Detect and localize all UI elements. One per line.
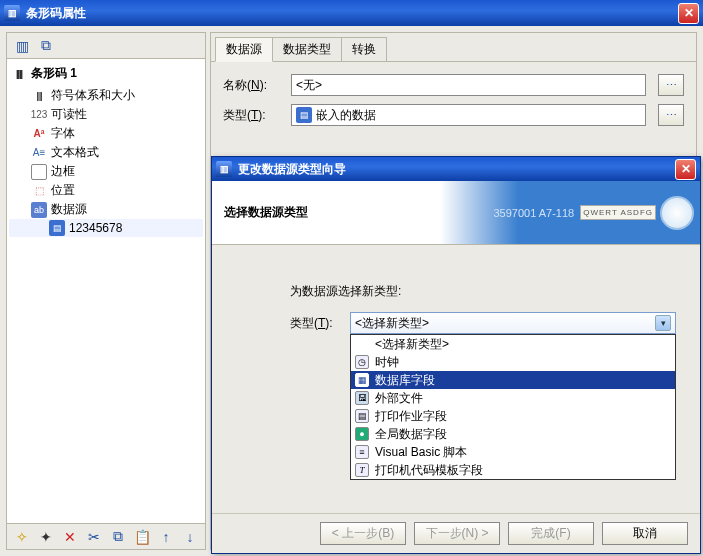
tree-item-symbology[interactable]: |||| 符号体系和大小 <box>9 86 203 105</box>
border-icon <box>31 164 47 180</box>
tab-datasource[interactable]: 数据源 <box>215 37 273 62</box>
window-close-button[interactable]: ✕ <box>678 3 699 24</box>
option-printer-code-template[interactable]: T 打印机代码模板字段 <box>351 461 675 479</box>
tree: |||| 条形码 1 |||| 符号体系和大小 123 可读性 Aª 字体 A≡ <box>7 59 205 523</box>
option-label: <选择新类型> <box>375 336 449 353</box>
option-database-field[interactable]: ▦ 数据库字段 <box>351 371 675 389</box>
name-field[interactable]: <无> <box>291 74 646 96</box>
tab-label: 转换 <box>352 42 376 56</box>
banner-title: 选择数据源类型 <box>224 204 308 221</box>
option-clock[interactable]: ◷ 时钟 <box>351 353 675 371</box>
option-external-file[interactable]: 🖫 外部文件 <box>351 389 675 407</box>
option-label: 时钟 <box>375 354 399 371</box>
button-label: 取消 <box>633 525 657 542</box>
down-icon[interactable]: ↓ <box>179 526 201 548</box>
tree-item-label: 文本格式 <box>51 144 99 161</box>
paste-icon[interactable]: 📋 <box>131 526 153 548</box>
wand-icon[interactable]: ✧ <box>11 526 33 548</box>
font-icon: Aª <box>31 126 47 142</box>
data-icon: ▤ <box>296 107 312 123</box>
dialog-prompt: 为数据源选择新类型: <box>290 283 676 300</box>
option-placeholder[interactable]: <选择新类型> <box>351 335 675 353</box>
option-label: 全局数据字段 <box>375 426 447 443</box>
num-icon: 123 <box>31 107 47 123</box>
next-button[interactable]: 下一步(N) > <box>414 522 500 545</box>
dialog-close-button[interactable]: ✕ <box>675 159 696 180</box>
copy-icon[interactable]: ⧉ <box>107 526 129 548</box>
tree-item-textformat[interactable]: A≡ 文本格式 <box>9 143 203 162</box>
banner-decoration: 3597001 A7-118 QWERT ASDFG <box>440 181 700 244</box>
tree-item-font[interactable]: Aª 字体 <box>9 124 203 143</box>
finish-button[interactable]: 完成(F) <box>508 522 594 545</box>
globe-icon: ● <box>355 427 369 441</box>
dialog-titlebar: ▥ 更改数据源类型向导 ✕ <box>212 157 700 181</box>
back-button[interactable]: < 上一步(B) <box>320 522 406 545</box>
tree-root-label: 条形码 1 <box>31 65 77 82</box>
chevron-down-icon: ▾ <box>655 315 671 331</box>
barcode-icon: |||| <box>11 66 27 82</box>
window-titlebar: ▥ 条形码属性 ✕ <box>0 0 703 26</box>
change-datasource-wizard-dialog: ▥ 更改数据源类型向导 ✕ 选择数据源类型 3597001 A7-118 QWE… <box>211 156 701 554</box>
type-label: 类型(T): <box>223 107 283 124</box>
name-label: 名称(N): <box>223 77 283 94</box>
dialog-body: 为数据源选择新类型: 类型(T): <选择新类型> ▾ <选择新类型> ◷ <box>212 245 700 513</box>
select-box[interactable]: <选择新类型> ▾ <box>350 312 676 334</box>
position-icon: ⬚ <box>31 183 47 199</box>
tabs: 数据源 数据类型 转换 <box>211 33 696 62</box>
dialog-type-label: 类型(T): <box>290 312 340 332</box>
tab-datatype[interactable]: 数据类型 <box>272 37 342 61</box>
button-label: 下一步(N) > <box>426 525 489 542</box>
toolbar-copy-icon[interactable]: ⧉ <box>35 35 57 57</box>
toolbar-barcode-icon[interactable]: ▥ <box>11 35 33 57</box>
left-toolbar: ▥ ⧉ <box>7 33 205 59</box>
button-label: < 上一步(B) <box>332 525 394 542</box>
up-icon[interactable]: ↑ <box>155 526 177 548</box>
dialog-title: 更改数据源类型向导 <box>238 161 346 178</box>
window-title: 条形码属性 <box>26 5 86 22</box>
tree-bottom-toolbar: ✧ ✦ ✕ ✂ ⧉ 📋 ↑ ↓ <box>7 523 205 549</box>
option-vb-script[interactable]: ≡ Visual Basic 脚本 <box>351 443 675 461</box>
type-field[interactable]: ▤ 嵌入的数据 <box>291 104 646 126</box>
data-icon: ▤ <box>49 220 65 236</box>
option-global-data-field[interactable]: ● 全局数据字段 <box>351 425 675 443</box>
dialog-footer: < 上一步(B) 下一步(N) > 完成(F) 取消 <box>212 513 700 553</box>
type-value: 嵌入的数据 <box>316 107 376 124</box>
cancel-button[interactable]: 取消 <box>602 522 688 545</box>
browse-icon: ⋯ <box>666 109 677 122</box>
tree-item-position[interactable]: ⬚ 位置 <box>9 181 203 200</box>
clock-icon: ◷ <box>355 355 369 369</box>
clock-icon <box>660 196 694 230</box>
browse-icon: ⋯ <box>666 79 677 92</box>
database-icon: ▦ <box>355 373 369 387</box>
tree-item-readability[interactable]: 123 可读性 <box>9 105 203 124</box>
type-browse-button[interactable]: ⋯ <box>658 104 684 126</box>
tree-item-label: 边框 <box>51 163 75 180</box>
tree-item-datasource[interactable]: ab 数据源 <box>9 200 203 219</box>
file-icon: 🖫 <box>355 391 369 405</box>
fx-icon[interactable]: ✦ <box>35 526 57 548</box>
option-label: 打印作业字段 <box>375 408 447 425</box>
option-label: 数据库字段 <box>375 372 435 389</box>
select-value: <选择新类型> <box>355 315 429 332</box>
tree-item-dsvalue[interactable]: ▤ 12345678 <box>9 219 203 237</box>
datasource-icon: ab <box>31 202 47 218</box>
type-select[interactable]: <选择新类型> ▾ <选择新类型> ◷ 时钟 ▦ <box>350 312 676 334</box>
option-label: 打印机代码模板字段 <box>375 462 483 479</box>
tab-transform[interactable]: 转换 <box>341 37 387 61</box>
dropdown-list: <选择新类型> ◷ 时钟 ▦ 数据库字段 🖫 外部文件 <box>350 334 676 480</box>
option-label: Visual Basic 脚本 <box>375 444 467 461</box>
option-print-job-field[interactable]: ▤ 打印作业字段 <box>351 407 675 425</box>
tree-root[interactable]: |||| 条形码 1 <box>9 63 203 86</box>
name-browse-button[interactable]: ⋯ <box>658 74 684 96</box>
printjob-icon: ▤ <box>355 409 369 423</box>
tree-item-border[interactable]: 边框 <box>9 162 203 181</box>
barcode-icon: |||| <box>31 88 47 104</box>
cut-icon[interactable]: ✂ <box>83 526 105 548</box>
delete-icon[interactable]: ✕ <box>59 526 81 548</box>
option-label: 外部文件 <box>375 390 423 407</box>
banner-codes: 3597001 A7-118 <box>493 207 574 219</box>
text-icon: A≡ <box>31 145 47 161</box>
vb-icon: ≡ <box>355 445 369 459</box>
template-icon: T <box>355 463 369 477</box>
tree-item-label: 字体 <box>51 125 75 142</box>
